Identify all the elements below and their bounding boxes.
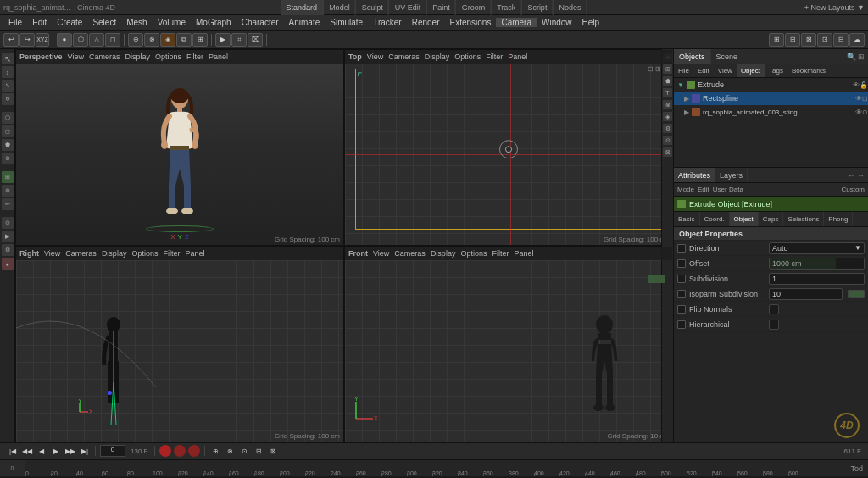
vp-p-menu-filter[interactable]: Filter <box>186 53 203 61</box>
tb-r3[interactable]: ⊠ <box>801 33 816 47</box>
tool-move[interactable]: ↕ <box>2 66 14 78</box>
vp-p-menu-view[interactable]: View <box>68 53 84 61</box>
viewport-perspective[interactable]: Perspective View Cameras Display Options… <box>16 50 343 245</box>
tab-objects[interactable]: Objects <box>674 49 711 64</box>
mode-tab-sculpt[interactable]: Sculpt <box>357 0 389 15</box>
vp-r-menu-display[interactable]: Display <box>102 249 127 258</box>
menu-mograph[interactable]: MoGraph <box>191 18 236 27</box>
obj-tab-selections[interactable]: Selections <box>783 212 824 226</box>
tool-6[interactable]: ◻ <box>2 125 14 137</box>
tl-record2[interactable] <box>174 445 186 457</box>
obj-tab-object[interactable]: Object <box>730 212 759 226</box>
tool-5[interactable]: ⬡ <box>2 112 14 124</box>
tool-snap[interactable]: ⊞ <box>2 171 14 183</box>
subdiv-checkbox[interactable] <box>677 275 686 283</box>
vp-p-menu-options[interactable]: Options <box>155 53 181 61</box>
vp-r-menu-options[interactable]: Options <box>131 249 158 258</box>
select-btn-4[interactable]: ⧉ <box>176 33 192 47</box>
extrude-vis-icon[interactable]: 👁 <box>853 81 860 89</box>
rp-icon-6[interactable]: ◈ <box>663 112 672 121</box>
tab-scene[interactable]: Scene <box>711 49 744 64</box>
mode-btn-3[interactable]: △ <box>89 33 104 47</box>
mode-btn-1[interactable]: ● <box>57 33 72 47</box>
tool-anim[interactable]: ▶ <box>2 231 14 242</box>
xyz-btn[interactable]: XYZ <box>36 33 49 47</box>
menu-select[interactable]: Select <box>87 18 121 27</box>
subtab-bookmarks[interactable]: Bookmarks <box>787 64 830 77</box>
vp-f-menu-cameras[interactable]: Cameras <box>394 249 426 258</box>
vp-t-menu-options[interactable]: Options <box>454 53 481 61</box>
tl-extra-3[interactable]: ⊙ <box>238 445 250 457</box>
vp-f-menu-options[interactable]: Options <box>460 249 487 258</box>
sophia-vis-icon[interactable]: 👁 <box>855 108 862 116</box>
vp-f-menu-filter[interactable]: Filter <box>492 249 509 258</box>
vp-t-menu-display[interactable]: Display <box>425 53 450 61</box>
rp-icon-2[interactable]: ⊞ <box>663 64 672 74</box>
subtab-view[interactable]: View <box>714 64 737 77</box>
subtab-tags[interactable]: Tags <box>765 64 787 77</box>
direction-checkbox[interactable] <box>677 244 686 253</box>
attrs-userdata-tab[interactable]: User Data <box>713 186 743 193</box>
viewport-front[interactable]: Front View Cameras Display Options Filte… <box>345 247 672 442</box>
hierarchical-toggle[interactable] <box>769 320 779 330</box>
viewport-right[interactable]: Right View Cameras Display Options Filte… <box>16 247 343 442</box>
redo-btn[interactable]: ↪ <box>19 33 35 47</box>
menu-volume[interactable]: Volume <box>153 18 191 27</box>
menu-file[interactable]: File <box>3 18 27 27</box>
tree-rectspline[interactable]: ▶ Rectspline 👁 ⊡ <box>674 92 868 105</box>
mode-tab-uvedit[interactable]: UV Edit <box>390 0 427 15</box>
direction-dropdown[interactable]: ▼ <box>854 244 861 252</box>
mode-tab-model[interactable]: Model <box>324 0 356 15</box>
subdiv-value[interactable]: 1 <box>769 273 865 285</box>
render-btn-3[interactable]: ⌧ <box>248 33 263 47</box>
vp-r-menu-cameras[interactable]: Cameras <box>65 249 97 258</box>
attrs-fwd-icon[interactable]: → <box>857 171 865 180</box>
extrude-lock-icon[interactable]: 🔒 <box>860 81 868 89</box>
menu-animate[interactable]: Animate <box>284 18 326 27</box>
mode-tab-track[interactable]: Track <box>492 0 521 15</box>
mode-tab-paint[interactable]: Paint <box>427 0 456 15</box>
viewport-top[interactable]: Top View Cameras Display Options Filter … <box>345 50 672 245</box>
tool-paint[interactable]: ✏ <box>2 198 14 210</box>
select-btn-3[interactable]: ◈ <box>160 33 175 47</box>
menu-create[interactable]: Create <box>52 18 87 27</box>
tab-layers[interactable]: Layers <box>715 168 748 182</box>
vp-r-menu-panel[interactable]: Panel <box>185 249 204 258</box>
vp-p-menu-cameras[interactable]: Cameras <box>89 53 120 61</box>
extrude-obj-row[interactable]: Extrude Object [Extrude] <box>674 197 868 212</box>
vp-p-menu-panel[interactable]: Panel <box>209 53 228 61</box>
offset-value[interactable]: 1000 cm <box>769 258 865 270</box>
tl-play-fwd[interactable]: ▶ <box>50 445 62 457</box>
vp-r-menu-view[interactable]: View <box>44 249 60 258</box>
select-btn-1[interactable]: ⊕ <box>128 33 143 47</box>
rp-icon-7[interactable]: ⚙ <box>663 124 672 133</box>
tl-prev-frame[interactable]: ◀◀ <box>21 445 33 457</box>
search-icon[interactable]: 🔍 <box>847 53 856 61</box>
tb-r1[interactable]: ⊞ <box>769 33 784 47</box>
tab-attributes[interactable]: Attributes <box>674 168 715 182</box>
filter-icon[interactable]: ⊞ <box>858 53 865 61</box>
tool-cfg[interactable]: ⚙ <box>2 244 14 256</box>
subtab-object[interactable]: Object <box>737 64 765 77</box>
select-btn-2[interactable]: ⊗ <box>144 33 159 47</box>
tool-cam[interactable]: ⊙ <box>2 217 14 229</box>
menu-extensions[interactable]: Extensions <box>445 18 497 27</box>
mode-tab-groom[interactable]: Groom <box>457 0 492 15</box>
vp-f-menu-display[interactable]: Display <box>431 249 456 258</box>
menu-mesh[interactable]: Mesh <box>121 18 152 27</box>
mode-btn-2[interactable]: ⬡ <box>73 33 88 47</box>
obj-tab-basic[interactable]: Basic <box>674 212 700 226</box>
menu-character[interactable]: Character <box>236 18 284 27</box>
attrs-edit-tab[interactable]: Edit <box>698 186 709 193</box>
tool-8[interactable]: ⊕ <box>2 153 14 164</box>
hierarchical-checkbox[interactable] <box>677 320 686 329</box>
tl-prev-1[interactable]: ◀ <box>36 445 47 457</box>
tl-frame-input[interactable]: 0 <box>100 445 125 457</box>
tool-magnet[interactable]: ⊛ <box>2 185 14 197</box>
rectspline-vis-icon[interactable]: 👁 <box>855 95 862 103</box>
rp-icon-3[interactable]: ⬟ <box>663 76 672 86</box>
vp-f-menu-panel[interactable]: Panel <box>514 249 533 258</box>
vp-t-menu-panel[interactable]: Panel <box>508 53 527 61</box>
attrs-back-icon[interactable]: ← <box>848 171 855 180</box>
tree-sophia[interactable]: ▶ rq_sophia_animated_003_sting 👁 ⊙ <box>674 105 868 119</box>
